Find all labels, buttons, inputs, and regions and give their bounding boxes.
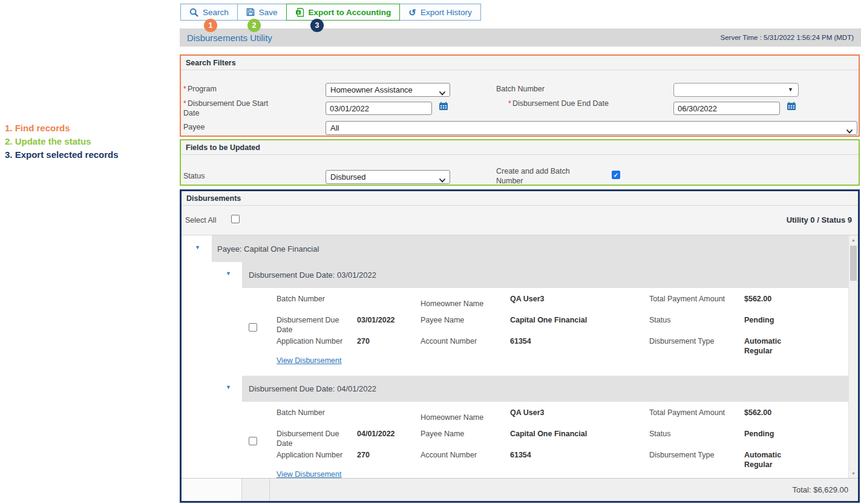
select-all-row: Select All Utility 0 / Status 9: [182, 206, 858, 235]
collapse-arrow-icon[interactable]: ▼: [226, 270, 231, 277]
payee-name-value: Capital One Financial: [510, 429, 640, 439]
due-date-field-label: Disbursement Due Date: [277, 315, 354, 335]
search-button-label: Search: [203, 8, 229, 17]
excel-icon: x: [295, 8, 304, 17]
due-start-input[interactable]: [326, 102, 432, 115]
search-icon: [189, 8, 198, 17]
due-end-label: *Disbursement Due End Date: [508, 99, 611, 109]
disbursement-record: Batch Number Homeowner Name QA User3 Tot…: [182, 288, 858, 373]
due-date-value: 04/01/2022: [357, 429, 417, 439]
total-payment-value: $562.00: [744, 408, 802, 417]
application-number-field-label: Application Number: [277, 336, 354, 346]
program-select-value: Homeowner Assistance: [330, 85, 413, 94]
due-date-group-header: Disbursement Due Date: 04/01/2022: [242, 376, 848, 402]
batch-number-combo[interactable]: ▼: [673, 83, 799, 97]
search-button[interactable]: Search: [180, 4, 238, 21]
scrollbar-thumb[interactable]: [850, 246, 857, 281]
homeowner-name-value: QA User3: [510, 294, 640, 304]
status-field-label: Status: [649, 315, 739, 325]
calendar-icon[interactable]: [439, 102, 448, 113]
disbursements-grid: ▼ Payee: Capital One Financial ▼ Disburs…: [182, 235, 858, 478]
footer-cell: [242, 479, 270, 501]
payee-name-field-label: Payee Name: [421, 429, 505, 439]
disbursement-type-value: Automatic Regular: [744, 336, 802, 356]
check-icon: ✓: [614, 172, 618, 178]
annotation-step-1: 1. Find records: [5, 122, 119, 135]
record-checkbox[interactable]: [249, 323, 257, 332]
save-button-label: Save: [259, 8, 278, 17]
export-history-label: Export History: [421, 8, 472, 17]
required-marker: *: [183, 99, 186, 108]
batch-number-field-label: Batch Number: [277, 294, 354, 304]
view-disbursement-link[interactable]: View Disbursement: [277, 356, 341, 365]
chevron-down-icon: [439, 88, 445, 97]
export-to-accounting-button[interactable]: x Export to Accounting: [286, 4, 401, 21]
view-disbursement-link[interactable]: View Disbursement: [277, 470, 341, 478]
step-badge-1: 1: [204, 19, 217, 32]
record-checkbox[interactable]: [249, 437, 257, 445]
payee-name-field-label: Payee Name: [421, 315, 505, 325]
export-to-accounting-label: Export to Accounting: [309, 8, 391, 17]
disbursement-record: Batch Number Homeowner Name QA User3 Tot…: [182, 402, 858, 478]
svg-text:x: x: [297, 10, 300, 14]
total-payment-value: $562.00: [744, 294, 802, 304]
payee-group-row: ▼ Payee: Capital One Financial: [182, 235, 858, 262]
save-icon: [246, 8, 255, 16]
export-history-button[interactable]: ↺ Export History: [399, 4, 480, 21]
batch-number-field-label: Batch Number: [277, 408, 354, 417]
batch-number-label: Batch Number: [496, 85, 545, 94]
due-date-value: 03/01/2022: [357, 315, 417, 325]
grid-footer: Total: $6,629.00: [182, 478, 858, 501]
server-time: Server Time : 5/31/2022 1:56:24 PM (MDT): [720, 34, 854, 41]
status-select[interactable]: Disbursed: [326, 170, 450, 184]
application-number-value: 270: [357, 336, 417, 346]
collapse-arrow-icon[interactable]: ▼: [195, 244, 200, 250]
chevron-down-icon: [439, 175, 445, 185]
application-number-value: 270: [357, 450, 417, 460]
search-filters-section: Search Filters *Program Homeowner Assist…: [180, 54, 860, 137]
payee-select-value: All: [330, 123, 339, 133]
disbursement-type-value: Automatic Regular: [744, 450, 802, 470]
payee-name-value: Capital One Financial: [510, 315, 640, 325]
scroll-down-icon[interactable]: ▼: [849, 471, 858, 476]
payee-label: Payee: [183, 123, 205, 133]
step-annotations: 1. Find records 2. Update the status 3. …: [5, 122, 119, 162]
create-batch-checkbox[interactable]: ✓: [612, 171, 620, 179]
account-number-field-label: Account Number: [421, 450, 505, 460]
create-batch-label: Create and add Batch Number: [496, 167, 593, 186]
payee-select[interactable]: All: [326, 121, 857, 135]
due-date-group-row: ▼ Disbursement Due Date: 03/01/2022: [182, 262, 858, 288]
disbursements-section: Disbursements Select All Utility 0 / Sta…: [180, 189, 860, 503]
due-date-group-row: ▼ Disbursement Due Date: 04/01/2022: [182, 376, 858, 402]
chevron-down-icon: [846, 126, 853, 136]
select-all-label: Select All: [185, 216, 216, 224]
select-all-checkbox[interactable]: [231, 215, 240, 223]
dropdown-triangle-icon: ▼: [788, 87, 793, 93]
scroll-up-icon[interactable]: ▲: [849, 238, 858, 242]
page-title: Disbursements Utility: [187, 33, 272, 43]
required-marker: *: [183, 85, 186, 93]
search-filters-title: Search Filters: [181, 56, 859, 70]
due-date-group-header: Disbursement Due Date: 03/01/2022: [242, 262, 848, 288]
account-number-field-label: Account Number: [421, 336, 505, 346]
collapse-arrow-icon[interactable]: ▼: [226, 384, 231, 390]
status-field-label: Status: [649, 429, 739, 439]
status-value: Pending: [744, 315, 802, 325]
homeowner-name-field-label: Homeowner Name: [421, 299, 505, 309]
due-end-input[interactable]: [673, 102, 780, 115]
account-number-value: 61354: [510, 336, 640, 346]
vertical-scrollbar[interactable]: ▲ ▼: [848, 235, 858, 478]
total-payment-field-label: Total Payment Amount: [649, 294, 739, 304]
disbursements-title: Disbursements: [182, 191, 858, 206]
status-value: Pending: [744, 429, 802, 439]
disbursement-type-field-label: Disbursement Type: [649, 336, 739, 346]
due-date-field-label: Disbursement Due Date: [277, 429, 354, 449]
homeowner-name-field-label: Homeowner Name: [421, 413, 505, 422]
step-badge-3: 3: [310, 19, 324, 32]
disbursement-type-field-label: Disbursement Type: [649, 450, 739, 460]
save-button[interactable]: Save: [237, 4, 287, 21]
calendar-icon[interactable]: [787, 102, 796, 113]
program-select[interactable]: Homeowner Assistance: [326, 83, 450, 97]
utility-status-counter: Utility 0 / Status 9: [787, 215, 852, 224]
history-icon: ↺: [408, 8, 416, 17]
